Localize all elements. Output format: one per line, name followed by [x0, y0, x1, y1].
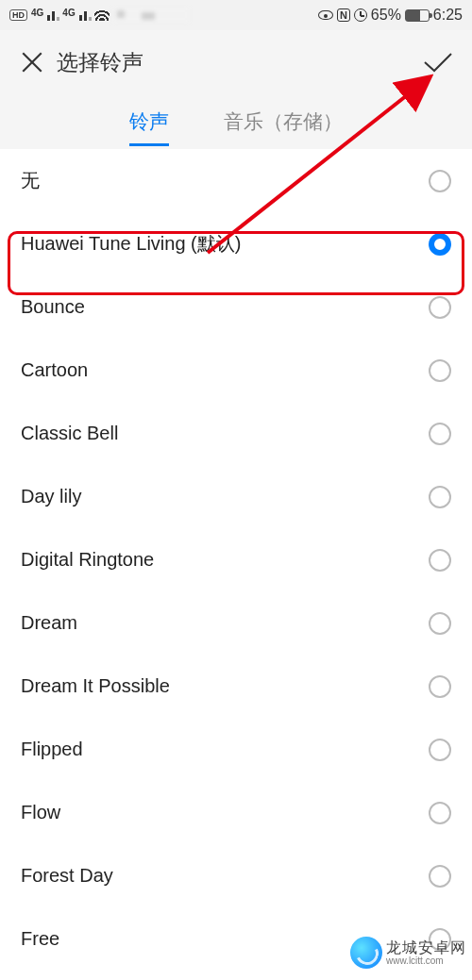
check-icon	[422, 50, 454, 75]
list-item-label: Forest Day	[21, 865, 113, 887]
radio-icon	[429, 423, 451, 445]
radio-icon	[429, 739, 451, 761]
signal-icon-2	[79, 9, 91, 21]
list-item-label: Free	[21, 928, 59, 950]
list-item[interactable]: Dream	[0, 591, 472, 655]
radio-icon	[429, 549, 451, 572]
list-item[interactable]: Day lily	[0, 465, 472, 528]
radio-icon	[429, 233, 451, 256]
list-item-label: Dream	[21, 612, 77, 634]
status-bar: HD 4G 4G N 65% 6:25	[0, 0, 472, 30]
list-item[interactable]: Forest Day	[0, 844, 472, 907]
list-item-label: Bounce	[21, 296, 85, 318]
list-item-label: Dream It Possible	[21, 675, 170, 697]
list-item[interactable]: Cartoon	[0, 339, 472, 402]
list-item[interactable]: Bounce	[0, 275, 472, 339]
radio-icon	[429, 359, 451, 382]
clock-text: 6:25	[433, 7, 463, 24]
list-item-label: Day lily	[21, 486, 81, 507]
network-4g-2: 4G	[62, 8, 75, 18]
list-item-label: 无	[21, 168, 40, 193]
tab-ringtone[interactable]: 铃声	[129, 103, 169, 141]
network-4g-1: 4G	[31, 8, 43, 18]
list-item[interactable]: Dream It Possible	[0, 655, 472, 718]
list-item-label: Flow	[21, 802, 60, 823]
wifi-icon	[94, 9, 110, 21]
signal-icon-1	[47, 9, 59, 21]
hd-badge: HD	[9, 9, 27, 21]
status-pixelated-area	[113, 8, 189, 22]
watermark-text: 龙城安卓网	[386, 939, 466, 956]
header: 选择铃声	[0, 30, 472, 94]
list-item-label: Huawei Tune Living (默认)	[21, 231, 241, 257]
list-item-label: Classic Bell	[21, 423, 118, 444]
list-item[interactable]: Flow	[0, 781, 472, 844]
nfc-icon: N	[337, 8, 350, 22]
status-left: HD 4G 4G	[9, 8, 189, 22]
list-item[interactable]: Flipped	[0, 718, 472, 781]
confirm-button[interactable]	[419, 45, 457, 79]
radio-icon	[429, 296, 451, 319]
close-button[interactable]	[15, 45, 49, 79]
radio-icon	[429, 802, 451, 824]
ringtone-list: 无 Huawei Tune Living (默认) Bounce Cartoon…	[0, 149, 472, 971]
battery-icon	[405, 9, 430, 22]
list-item-label: Cartoon	[21, 359, 88, 381]
watermark-url: www.lcitt.com	[386, 955, 466, 966]
radio-icon	[429, 486, 451, 508]
battery-text: 65%	[371, 7, 401, 24]
list-item[interactable]: Classic Bell	[0, 402, 472, 465]
list-item-label: Digital Ringtone	[21, 549, 154, 571]
radio-icon	[429, 675, 451, 698]
watermark-logo-icon	[350, 937, 382, 969]
alarm-icon	[354, 8, 367, 22]
page-title: 选择铃声	[57, 48, 419, 77]
list-item-label: Flipped	[21, 739, 83, 760]
list-item[interactable]: Huawei Tune Living (默认)	[0, 212, 472, 275]
radio-icon	[429, 865, 451, 888]
tab-bar: 铃声 音乐（存储）	[0, 94, 472, 149]
watermark: 龙城安卓网 www.lcitt.com	[350, 937, 466, 969]
radio-icon	[429, 170, 451, 192]
eye-comfort-icon	[318, 10, 333, 20]
list-item[interactable]: Digital Ringtone	[0, 528, 472, 591]
status-right: N 65% 6:25	[318, 7, 463, 24]
list-item[interactable]: 无	[0, 149, 472, 212]
close-icon	[20, 50, 44, 75]
radio-icon	[429, 612, 451, 635]
tab-music[interactable]: 音乐（存储）	[224, 103, 343, 141]
